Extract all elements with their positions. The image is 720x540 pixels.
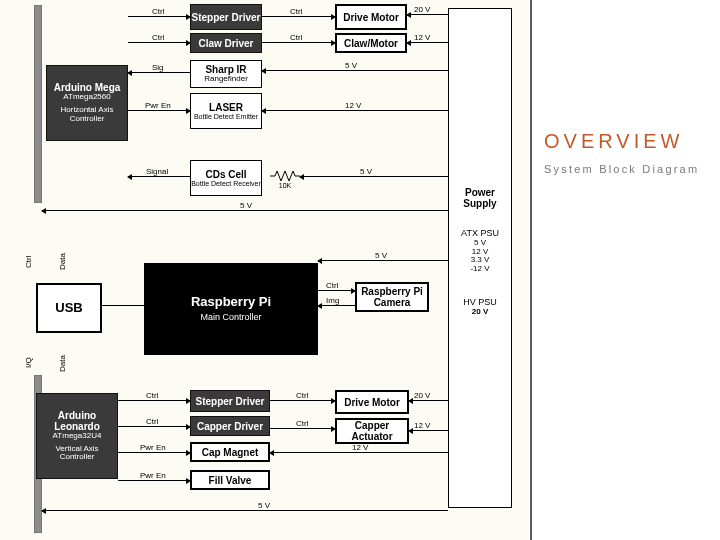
block-usb: USB [36, 283, 102, 333]
label-pwren: Pwr En [145, 101, 171, 110]
block-raspberry-pi: Raspberry Pi Main Controller [144, 263, 318, 355]
label-data-v: Data [58, 355, 67, 372]
page-title: OVERVIEW [544, 130, 706, 153]
label-20v: 20 V [414, 5, 430, 14]
wire [318, 260, 448, 261]
wire [407, 14, 448, 15]
block-sharp-ir: Sharp IR Rangefinder [190, 60, 262, 88]
label-signal: Signal [146, 167, 168, 176]
label-12v: 12 V [414, 421, 430, 430]
sidebar: OVERVIEW System Block Diagram [530, 0, 720, 540]
page-subtitle: System Block Diagram [544, 161, 706, 178]
wire [270, 400, 335, 401]
label-ctrl: Ctrl [152, 33, 164, 42]
wire [409, 400, 448, 401]
block-arduino-mega: Arduino Mega ATmega2560 Horizontal Axis … [46, 65, 128, 141]
wire [262, 110, 448, 111]
mega-sub2: Horizontal Axis Controller [47, 106, 127, 124]
label-5v: 5 V [258, 501, 270, 510]
resistor-10k: 10K [270, 170, 300, 189]
label-iq-v: I/Q [24, 357, 33, 368]
psu-hv-line: 20 V [472, 308, 488, 317]
block-drive-motor-2: Drive Motor [335, 390, 409, 414]
label-ctrl: Ctrl [146, 417, 158, 426]
label-ctrl-v: Ctrl [24, 256, 33, 268]
label-ctrl: Ctrl [146, 391, 158, 400]
label-ctrl: Ctrl [296, 391, 308, 400]
wire [118, 426, 190, 427]
wire [270, 428, 335, 429]
wire [42, 510, 448, 511]
wire [118, 452, 190, 453]
wire [128, 72, 190, 73]
wire [262, 42, 335, 43]
label-ctrl: Ctrl [152, 7, 164, 16]
label-sig: Sig [152, 63, 164, 72]
block-claw-motor: Claw/Motor [335, 33, 407, 53]
label-20v: 20 V [414, 391, 430, 400]
block-stepper-driver-1: Stepper Driver [190, 4, 262, 30]
label-12v: 12 V [352, 443, 368, 452]
block-drive-motor-1: Drive Motor [335, 4, 407, 30]
label-ctrl: Ctrl [290, 7, 302, 16]
block-laser: LASER Bottle Detect Emitter [190, 93, 262, 129]
label-5v: 5 V [345, 61, 357, 70]
label-5v: 5 V [375, 251, 387, 260]
wire [118, 400, 190, 401]
block-capper-driver: Capper Driver [190, 416, 270, 436]
label-img: Img [326, 296, 339, 305]
psu-title: Power Supply [449, 187, 511, 209]
wire [128, 110, 190, 111]
wire [300, 176, 448, 177]
block-power-supply: Power Supply ATX PSU 5 V 12 V 3.3 V -12 … [448, 8, 512, 508]
label-pwren: Pwr En [140, 471, 166, 480]
psu-atx-3: -12 V [470, 265, 489, 274]
leo-sub2: Vertical Axis Controller [37, 445, 117, 463]
block-diagram: Arduino Mega ATmega2560 Horizontal Axis … [0, 0, 530, 540]
block-stepper-driver-2: Stepper Driver [190, 390, 270, 412]
label-5v: 5 V [240, 201, 252, 210]
block-capper-actuator: Capper Actuator [335, 418, 409, 444]
block-cds-cell: CDs Cell Bottle Detect Receiver [190, 160, 262, 196]
wire [118, 480, 190, 481]
block-pi-camera: Raspberry Pi Camera [355, 282, 429, 312]
wire [409, 430, 448, 431]
block-cap-magnet: Cap Magnet [190, 442, 270, 462]
label-ctrl: Ctrl [296, 419, 308, 428]
wire [262, 70, 448, 71]
label-12v: 12 V [414, 33, 430, 42]
mega-sub1: ATmega2560 [63, 93, 110, 102]
label-ctrl: Ctrl [290, 33, 302, 42]
wire [128, 176, 190, 177]
wire [318, 305, 355, 306]
wire [128, 42, 190, 43]
wire [102, 305, 144, 306]
wire [407, 42, 448, 43]
label-data-v: Data [58, 253, 67, 270]
wire [42, 210, 448, 211]
bus-left-upper [34, 5, 42, 203]
block-arduino-leonardo: Arduino Leonardo ATmega32U4 Vertical Axi… [36, 393, 118, 479]
label-ctrl: Ctrl [326, 281, 338, 290]
block-claw-driver: Claw Driver [190, 33, 262, 53]
label-5v: 5 V [360, 167, 372, 176]
wire [128, 16, 190, 17]
sidebar-divider [530, 0, 532, 540]
label-12v: 12 V [345, 101, 361, 110]
block-fill-valve: Fill Valve [190, 470, 270, 490]
wire [262, 16, 335, 17]
wire [318, 290, 355, 291]
wire [270, 452, 448, 453]
label-pwren: Pwr En [140, 443, 166, 452]
leo-title: Arduino Leonardo [37, 410, 117, 432]
leo-sub1: ATmega32U4 [53, 432, 102, 441]
